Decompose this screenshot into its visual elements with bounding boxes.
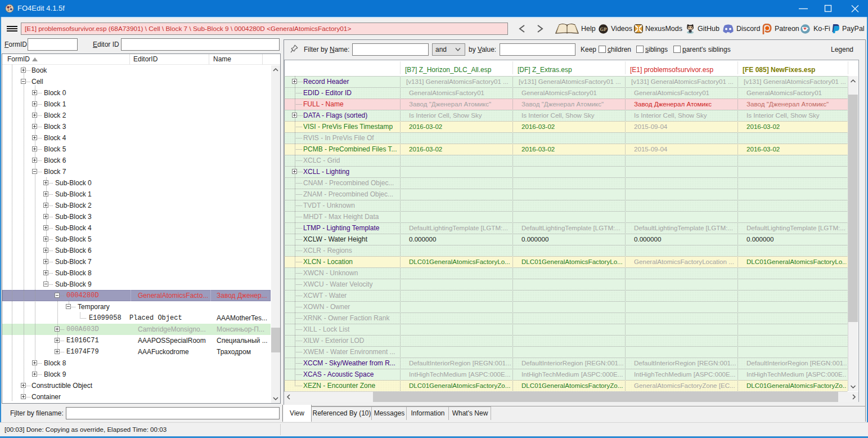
- svg-text:GP: GP: [600, 26, 607, 32]
